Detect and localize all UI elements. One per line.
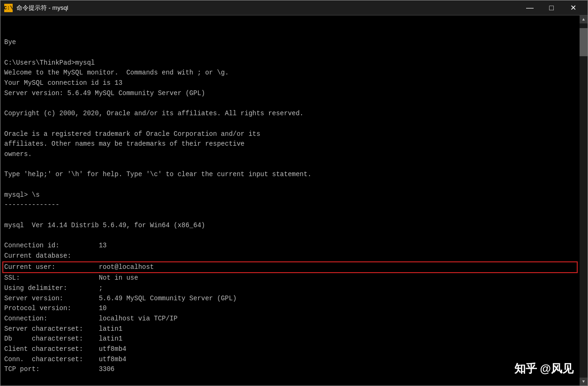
terminal-line: C:\Users\ThinkPad>mysql [4, 58, 576, 68]
terminal-line: mysql Ver 14.14 Distrib 5.6.49, for Win6… [4, 221, 576, 231]
terminal-line [4, 48, 576, 58]
terminal-line: Server version: 5.6.49 MySQL Community S… [4, 89, 576, 99]
minimize-button[interactable]: — [519, 0, 541, 15]
terminal-line: Type 'help;' or '\h' for help. Type '\c'… [4, 170, 576, 180]
window-controls: — □ ✕ [519, 0, 584, 15]
terminal-line: Server characterset: latin1 [4, 324, 576, 334]
terminal-line: Welcome to the MySQL monitor. Commands e… [4, 68, 576, 78]
terminal-line [4, 230, 576, 241]
scroll-down-arrow[interactable]: ▼ [580, 378, 588, 386]
terminal-line [4, 210, 576, 221]
terminal-line: Oracle is a registered trademark of Orac… [4, 129, 576, 140]
terminal-window: C:\ 命令提示符 - mysql — □ ✕ Bye C:\Users\Thi… [0, 0, 588, 386]
terminal-line: mysql> \s [4, 190, 576, 200]
terminal-line: Current user: root@localhost [2, 261, 578, 274]
app-icon-text: C:\ [4, 5, 13, 11]
terminal-line [4, 99, 576, 109]
terminal-line: Server version: 5.6.49 MySQL Community S… [4, 294, 576, 304]
terminal-line: Db characterset: latin1 [4, 334, 576, 344]
scrollbar-thumb[interactable] [580, 28, 588, 56]
terminal-line: Conn. characterset: utf8mb4 [4, 355, 576, 365]
terminal-line: Your MySQL connection id is 13 [4, 78, 576, 89]
terminal-line: affiliates. Other names may be trademark… [4, 139, 576, 149]
terminal-line: Client characterset: utf8mb4 [4, 344, 576, 355]
terminal-line: owners. [4, 149, 576, 160]
terminal-line: Connection: localhost via TCP/IP [4, 314, 576, 324]
close-button[interactable]: ✕ [562, 0, 584, 15]
title-bar: C:\ 命令提示符 - mysql — □ ✕ [0, 0, 588, 15]
maximize-button[interactable]: □ [541, 0, 562, 15]
terminal-line [4, 180, 576, 190]
terminal-line: Current database: [4, 251, 576, 261]
terminal-content[interactable]: Bye C:\Users\ThinkPad>mysqlWelcome to th… [0, 15, 580, 386]
app-icon: C:\ [4, 4, 13, 12]
terminal-line: Copyright (c) 2000, 2020, Oracle and/or … [4, 109, 576, 119]
scroll-up-arrow[interactable]: ▲ [580, 15, 588, 23]
terminal-line: Bye [4, 37, 576, 48]
scrollbar-track[interactable] [580, 23, 588, 378]
terminal-line: Connection id: 13 [4, 241, 576, 251]
terminal-line: Protocol version: 10 [4, 304, 576, 314]
terminal-line [4, 160, 576, 170]
terminal-line: -------------- [4, 200, 576, 210]
scrollbar[interactable]: ▲ ▼ [580, 15, 588, 386]
terminal-line: SSL: Not in use [4, 273, 576, 283]
window-title: 命令提示符 - mysql [16, 4, 519, 12]
terminal-line: TCP port: 3306 [4, 364, 576, 375]
terminal-line [4, 119, 576, 129]
terminal-line: Using delimiter: ; [4, 283, 576, 294]
terminal-body: Bye C:\Users\ThinkPad>mysqlWelcome to th… [0, 15, 588, 386]
